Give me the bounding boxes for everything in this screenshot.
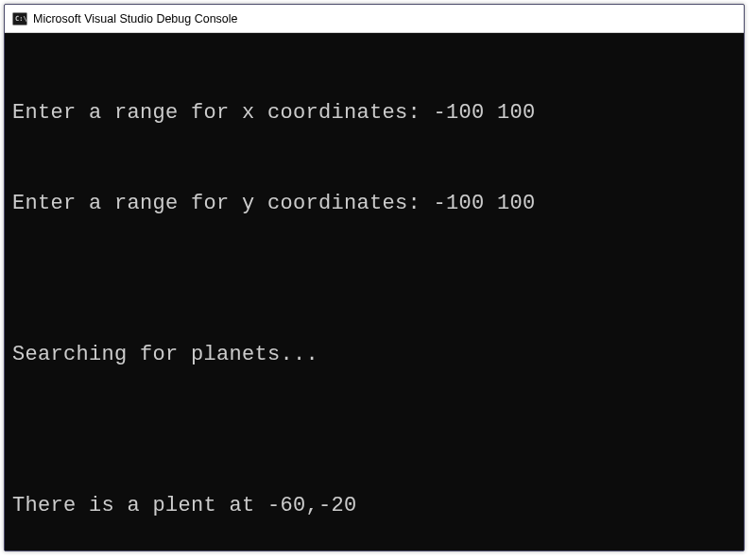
titlebar[interactable]: C:\ Microsoft Visual Studio Debug Consol…: [5, 5, 744, 33]
console-line: Enter a range for x coordinates: -100 10…: [12, 98, 736, 128]
console-output[interactable]: Enter a range for x coordinates: -100 10…: [5, 33, 744, 551]
console-line: There is a plent at -60,-20: [12, 491, 736, 521]
window-title: Microsoft Visual Studio Debug Console: [33, 12, 238, 25]
svg-text:C:\: C:\: [15, 15, 27, 23]
console-line: Searching for planets...: [12, 340, 736, 370]
console-line: Enter a range for y coordinates: -100 10…: [12, 189, 736, 219]
console-window: C:\ Microsoft Visual Studio Debug Consol…: [4, 4, 745, 551]
console-icon: C:\: [12, 11, 27, 26]
